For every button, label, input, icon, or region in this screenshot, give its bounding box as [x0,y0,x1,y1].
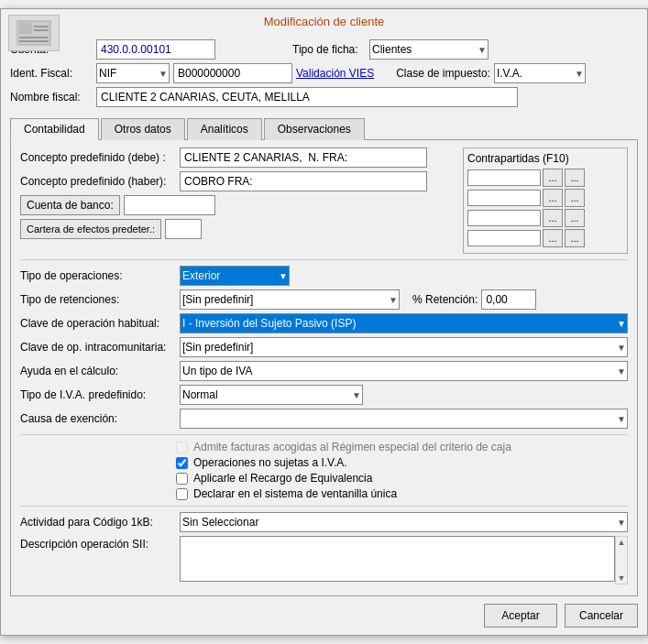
declarar-ventanilla-checkbox[interactable] [176,488,188,500]
divider-2 [20,434,628,435]
admite-facturas-row: Admite facturas acogidas al Régimen espe… [176,441,628,453]
contra-btn-2b[interactable]: ... [565,189,585,207]
contra-btn-1a[interactable]: ... [543,169,563,187]
ident-fiscal-label: Ident. Fiscal: [10,67,93,80]
ident-fiscal-type-wrapper: NIF ▼ [96,63,170,83]
concepto-haber-input[interactable] [180,171,427,191]
clase-impuesto-label: Clase de impuesto: [396,67,490,80]
bottom-buttons: Aceptar Cancelar [1,596,647,635]
cancelar-button[interactable]: Cancelar [565,604,638,628]
actividad-codigo-select[interactable]: Sin Seleccionar [180,512,628,532]
cartera-efectos-input[interactable] [165,219,202,239]
ident-fiscal-type-select[interactable]: NIF [96,63,170,83]
descripcion-scrollbar[interactable]: ▲ ▼ [615,536,628,584]
validacion-vies-link[interactable]: Validación VIES [296,67,374,80]
dialog-modificacion-cliente: Modificación de cliente Cuenta: Tipo de … [0,8,648,636]
causa-exencion-label: Causa de exención: [20,412,176,425]
contra-btn-3a[interactable]: ... [543,209,563,227]
tipo-retenciones-select[interactable]: [Sin predefinir] [180,289,400,310]
retencion-pct-input[interactable] [481,289,536,310]
tab-otros-datos[interactable]: Otros datos [101,118,185,140]
contra-btn-1b[interactable]: ... [565,169,585,187]
scrollbar-up-icon[interactable]: ▲ [617,537,627,548]
contra-row-2: ... ... [467,189,623,207]
clave-operacion-wrapper: I - Inversión del Sujeto Pasivo (ISP) ▼ [180,313,628,333]
cuenta-banco-button[interactable]: Cuenta de banco: [20,195,120,215]
tipo-operaciones-wrapper: Exterior ▼ [180,266,290,286]
ident-fiscal-input[interactable] [173,63,292,83]
nombre-fiscal-row: Nombre fiscal: [10,87,638,107]
cuenta-banco-input[interactable] [124,195,215,215]
aplicar-recargo-label: Aplicarle el Recargo de Equivalencia [193,472,372,485]
operaciones-no-sujetas-label: Operaciones no sujetas a I.V.A. [193,456,347,469]
tipo-ficha-select[interactable]: Clientes [369,39,489,60]
descripcion-operacion-row: Descripción operación SII: ▲ ▼ [20,536,628,584]
nombre-fiscal-label: Nombre fiscal: [10,91,93,104]
contra-input-4[interactable] [467,230,541,246]
dialog-header: Modificación de cliente [1,9,647,34]
contra-input-2[interactable] [467,190,541,206]
tab-two-col: Concepto predefinido (debe) : Concepto p… [20,147,628,254]
clave-operacion-row: Clave de operación habitual: I - Inversi… [20,313,628,333]
aplicar-recargo-row: Aplicarle el Recargo de Equivalencia [176,472,628,485]
concepto-haber-label: Concepto predefinido (haber): [20,175,176,188]
tab-contabilidad[interactable]: Contabilidad [10,118,99,140]
cartera-efectos-button[interactable]: Cartera de efectos predeter.: [20,219,161,239]
concepto-debe-label: Concepto predefinido (debe) : [20,151,176,164]
contra-input-3[interactable] [467,210,541,226]
contrapartidas-section: Contrapartidas (F10) ... ... ... ... [463,147,628,254]
clase-impuesto-select[interactable]: I.V.A. [494,63,586,83]
tabs-header: Contabilidad Otros datos Analíticos Obse… [10,118,638,140]
causa-exencion-row: Causa de exención: ▼ [20,409,628,429]
contra-row-3: ... ... [467,209,623,227]
nombre-fiscal-input[interactable] [96,87,518,107]
retencion-pct-label: % Retención: [412,293,478,306]
ayuda-calculo-row: Ayuda en el cálculo: Un tipo de IVA ▼ [20,361,628,381]
tab-analiticos[interactable]: Analíticos [187,118,262,140]
cuenta-input[interactable] [96,39,215,60]
tipo-retenciones-wrapper: [Sin predefinir] ▼ [180,289,400,310]
ayuda-calculo-select[interactable]: Un tipo de IVA [180,361,628,381]
tipo-operaciones-select[interactable]: Exterior [180,266,290,286]
contra-btn-4a[interactable]: ... [543,229,563,247]
ayuda-calculo-label: Ayuda en el cálculo: [20,365,176,377]
admite-facturas-checkbox[interactable] [176,442,188,453]
contra-row-1: ... ... [467,169,623,187]
tipo-iva-label: Tipo de I.V.A. predefinido: [20,388,176,401]
tipo-operaciones-label: Tipo de operaciones: [20,269,176,282]
clave-operacion-label: Clave de operación habitual: [20,317,176,330]
tipo-retenciones-label: Tipo de retenciones: [20,293,176,306]
admite-facturas-label: Admite facturas acogidas al Régimen espe… [193,441,511,453]
concepto-debe-row: Concepto predefinido (debe) : [20,147,446,168]
aplicar-recargo-checkbox[interactable] [176,473,188,485]
contra-btn-2a[interactable]: ... [543,189,563,207]
clave-operacion-select[interactable]: I - Inversión del Sujeto Pasivo (ISP) [180,313,628,333]
declarar-ventanilla-row: Declarar en el sistema de ventanilla úni… [176,487,628,500]
scrollbar-down-icon[interactable]: ▼ [617,573,627,584]
actividad-codigo-wrapper: Sin Seleccionar ▼ [180,512,628,532]
tipo-iva-wrapper: Normal ▼ [180,385,363,405]
operaciones-no-sujetas-checkbox[interactable] [176,457,188,469]
descripcion-operacion-textarea[interactable] [180,536,615,582]
tipo-retenciones-row: Tipo de retenciones: [Sin predefinir] ▼ … [20,289,628,310]
cartera-efectos-row: Cartera de efectos predeter.: [20,219,446,239]
ident-fiscal-row: Ident. Fiscal: NIF ▼ Validación VIES Cla… [10,63,638,83]
tab-observaciones[interactable]: Observaciones [264,118,365,140]
clave-intracomunitaria-select[interactable]: [Sin predefinir] [180,337,628,357]
tipo-operaciones-row: Tipo de operaciones: Exterior ▼ [20,266,628,286]
causa-exencion-select[interactable] [180,409,628,429]
divider-3 [20,506,628,507]
contra-input-1[interactable] [467,169,541,186]
top-fields-section: Cuenta: Tipo de ficha: Clientes ▼ Ident.… [1,34,647,115]
aceptar-button[interactable]: Aceptar [484,604,557,628]
declarar-ventanilla-label: Declarar en el sistema de ventanilla úni… [193,487,397,500]
contra-btn-3b[interactable]: ... [565,209,585,227]
tabs-container: Contabilidad Otros datos Analíticos Obse… [10,118,638,596]
clave-intracomunitaria-label: Clave de op. intracomunitaria: [20,341,176,354]
contrapartidas-title: Contrapartidas (F10) [467,152,623,165]
ayuda-calculo-wrapper: Un tipo de IVA ▼ [180,361,628,381]
tipo-iva-select[interactable]: Normal [180,385,363,405]
left-section: Concepto predefinido (debe) : Concepto p… [20,147,446,254]
concepto-debe-input[interactable] [180,147,427,168]
contra-btn-4b[interactable]: ... [565,229,585,247]
